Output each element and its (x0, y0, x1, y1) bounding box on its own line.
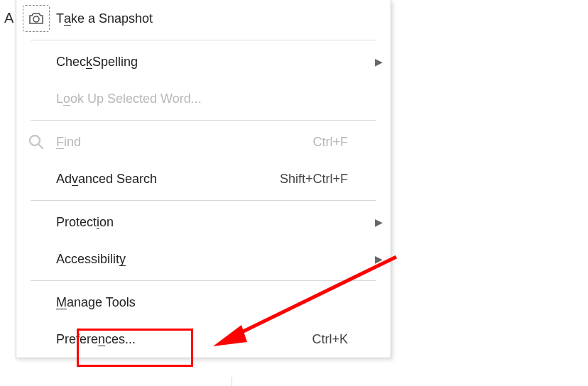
menu-separator (31, 200, 376, 201)
menu-item-find: Find Ctrl+F (16, 123, 391, 160)
menu-item-label: Take a Snapshot (56, 11, 256, 26)
menu-item-accessibility[interactable]: Accessibility ▶ (16, 241, 391, 277)
menu-item-take-snapshot[interactable]: Take a Snapshot (16, 0, 391, 37)
cropped-letter: A (4, 10, 13, 26)
menu-item-preferences[interactable]: Preferences... Ctrl+K (16, 321, 391, 358)
submenu-arrow-icon: ▶ (366, 253, 391, 265)
menu-shortcut: Ctrl+F (256, 135, 366, 150)
submenu-arrow-icon: ▶ (366, 56, 391, 67)
menu-item-check-spelling[interactable]: Check Spelling ▶ (16, 43, 391, 80)
search-icon (16, 133, 56, 151)
menu-separator (31, 40, 376, 40)
menu-separator (31, 280, 376, 281)
svg-line-2 (38, 144, 43, 148)
menu-item-label: Find (56, 135, 256, 150)
menu-item-label: Advanced Search (56, 172, 256, 187)
menu-separator (31, 120, 376, 121)
svg-point-0 (33, 16, 39, 22)
menu-item-label: Accessibility (56, 252, 256, 267)
submenu-arrow-icon: ▶ (366, 216, 391, 228)
guideline (232, 377, 232, 386)
menu-item-label: Protection (56, 215, 256, 230)
camera-icon (23, 5, 50, 32)
menu-item-label: Check Spelling (56, 55, 256, 70)
menu-item-manage-tools[interactable]: Manage Tools (16, 284, 391, 321)
menu-item-look-up-word: Look Up Selected Word... (16, 80, 391, 117)
menu-shortcut: Shift+Ctrl+F (256, 172, 366, 187)
menu-shortcut: Ctrl+K (256, 332, 366, 347)
menu-item-label: Manage Tools (56, 295, 256, 310)
menu-item-advanced-search[interactable]: Advanced Search Shift+Ctrl+F (16, 160, 391, 197)
context-menu: Take a Snapshot Check Spelling ▶ Look Up… (16, 0, 391, 358)
menu-item-protection[interactable]: Protection ▶ (16, 204, 391, 241)
menu-item-label: Preferences... (56, 332, 256, 347)
menu-item-label: Look Up Selected Word... (56, 92, 256, 106)
